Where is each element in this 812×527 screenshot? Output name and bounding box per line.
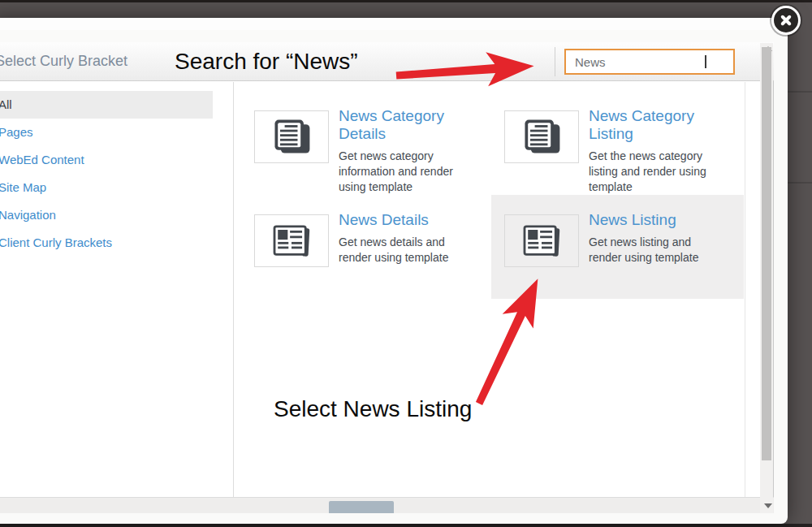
sidebar-item-pages[interactable]: Pages [0,119,213,146]
result-card-news-details[interactable]: News Details Get news details and render… [241,195,491,299]
results-edge-line [745,82,745,497]
annotation-search-note: Search for “News” [175,49,358,75]
dialog-title: Select Curly Bracket [0,53,127,70]
result-title-news-category-details[interactable]: News Category Details [339,107,469,143]
scrollbar-down-arrow-icon[interactable] [764,503,772,508]
result-description: Get news listing and render using templa… [589,235,723,266]
page-top-edge [0,0,812,2]
sidebar-item-site-map[interactable]: Site Map [0,174,213,201]
result-description: Get the news category listing and render… [589,149,727,195]
dialog-top-strip [0,18,788,30]
stacked-documents-icon [254,110,329,163]
annotation-select-note: Select News Listing [274,396,472,422]
result-title-news-details[interactable]: News Details [339,211,469,229]
sidebar-item-all[interactable]: All [0,91,213,119]
page-bottom-edge [0,524,812,527]
result-description: Get news details and render using templa… [339,235,477,266]
close-button[interactable] [771,6,801,35]
scrollbar-thumb[interactable] [762,47,771,460]
result-title-news-listing[interactable]: News Listing [589,211,719,229]
stacked-documents-icon [504,110,579,163]
backdrop-line [786,182,812,184]
result-title-news-category-listing[interactable]: News Category Listing [589,107,719,143]
header-divider [555,47,555,76]
sidebar-item-webed-content[interactable]: WebEd Content [0,146,213,174]
newspaper-icon [504,214,579,267]
result-card-news-listing[interactable]: News Listing Get news listing and render… [491,195,744,299]
sidebar-item-client-curly-brackets[interactable]: Client Curly Brackets [0,229,213,257]
sidebar-item-navigation[interactable]: Navigation [0,201,213,229]
text-caret [705,55,706,68]
sidebar-divider [233,82,234,497]
search-field-wrap [564,49,735,75]
screen: Select Curly Bracket All Pages WebEd Con… [0,0,812,527]
search-input[interactable] [575,55,705,69]
newspaper-icon [254,214,329,267]
result-card-news-category-details[interactable]: News Category Details Get news category … [241,91,491,195]
backdrop-line [786,91,812,93]
result-description: Get news category information and render… [339,149,473,195]
result-card-news-category-listing[interactable]: News Category Listing Get the news categ… [491,91,744,195]
footer-action-button[interactable] [329,501,394,513]
